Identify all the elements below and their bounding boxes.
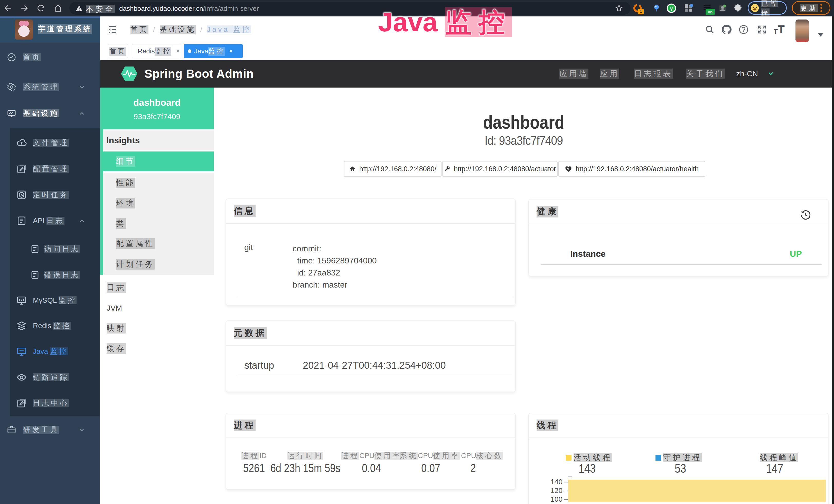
svg-text:y: y <box>670 6 673 11</box>
